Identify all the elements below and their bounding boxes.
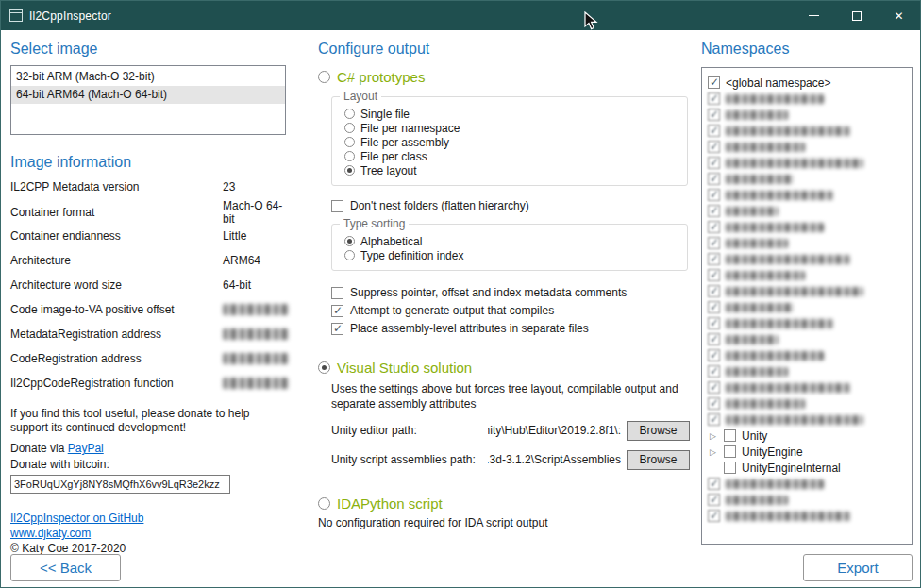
checkbox-checked-icon (708, 205, 720, 217)
radio-icon (344, 109, 355, 119)
radio-label: IDAPython script (337, 496, 443, 512)
radio-label: C# prototypes (337, 69, 425, 85)
checkbox-suppress-comments[interactable]: Suppress pointer, offset and index metad… (331, 286, 690, 299)
radio-icon (344, 123, 355, 133)
checkbox-icon (724, 462, 736, 474)
expander-icon[interactable]: ▷ (708, 431, 718, 441)
radio-file-per-assembly[interactable]: File per assembly (344, 135, 678, 149)
namespace-item-redacted[interactable] (708, 508, 908, 524)
back-button[interactable]: << Back (10, 554, 121, 581)
radio-alphabetical[interactable]: Alphabetical (344, 234, 678, 248)
namespace-item-redacted[interactable] (708, 347, 908, 363)
checkbox-icon (331, 200, 343, 212)
info-label: Code image-to-VA positive offset (10, 303, 223, 316)
github-link[interactable]: Il2CppInspector on GitHub (10, 512, 143, 525)
info-row: Architecture word size 64-bit (10, 273, 286, 297)
namespace-item-redacted[interactable] (708, 492, 908, 508)
namespace-item-redacted[interactable] (708, 412, 908, 428)
checkbox-checked-icon (708, 253, 720, 265)
namespace-item-redacted[interactable] (708, 315, 908, 331)
radio-tree-layout[interactable]: Tree layout (344, 163, 678, 177)
website-link[interactable]: www.djkaty.com (10, 527, 91, 540)
namespace-item-redacted[interactable] (708, 235, 908, 251)
namespace-item-redacted[interactable] (708, 267, 908, 283)
links-block: Il2CppInspector on GitHub www.djkaty.com… (10, 511, 286, 556)
namespace-item-redacted[interactable] (708, 203, 908, 219)
namespace-item-redacted[interactable] (708, 476, 908, 492)
namespace-item-redacted[interactable] (708, 171, 908, 187)
namespace-item-redacted[interactable] (708, 155, 908, 171)
redacted-value (223, 353, 289, 364)
expander-icon[interactable]: ▷ (708, 447, 718, 457)
radio-file-per-class[interactable]: File per class (344, 149, 678, 163)
minimize-button[interactable] (793, 1, 835, 30)
radio-csharp-prototypes[interactable]: C# prototypes (318, 69, 690, 85)
namespace-item-redacted[interactable] (708, 139, 908, 155)
image-list-item[interactable]: 32-bit ARM (Mach-O 32-bit) (11, 68, 285, 86)
unity-editor-path-label: Unity editor path: (331, 424, 482, 437)
unity-assemblies-path-value: ate.3d-3.1.2\ScriptAssemblies (488, 453, 621, 466)
namespace-item-unityengineinternal[interactable]: UnityEngineInternal (708, 460, 908, 476)
checkbox-compilable-output[interactable]: Attempt to generate output that compiles (331, 304, 690, 317)
namespace-item-global[interactable]: <global namespace> (708, 75, 908, 91)
namespace-item-redacted[interactable] (708, 299, 908, 315)
redacted-label (726, 415, 863, 425)
bitcoin-address-input[interactable] (10, 475, 230, 494)
checkbox-separate-attribute-files[interactable]: Place assembly-level attributes in separ… (331, 322, 690, 335)
info-label: MetadataRegistration address (10, 328, 223, 341)
left-panel: Select image 32-bit ARM (Mach-O 32-bit) … (10, 37, 286, 556)
namespaces-tree: <global namespace> (701, 67, 913, 545)
checkbox-flatten-hierarchy[interactable]: Don't nest folders (flatten hierarchy) (331, 199, 690, 212)
namespace-item-unityengine[interactable]: ▷ UnityEngine (708, 444, 908, 460)
configure-output-panel: Configure output C# prototypes Layout Si… (318, 37, 690, 529)
namespace-label: <global namespace> (726, 76, 830, 90)
namespace-item-redacted[interactable] (708, 107, 908, 123)
redacted-label (726, 399, 805, 409)
namespace-label: UnityEngineInternal (742, 462, 841, 475)
namespace-item-redacted[interactable] (708, 187, 908, 203)
namespace-item-redacted[interactable] (708, 395, 908, 412)
unity-assemblies-path-row: Unity script assemblies path: ate.3d-3.1… (331, 449, 690, 470)
namespace-item-redacted[interactable] (708, 91, 908, 107)
radio-label: Alphabetical (360, 235, 422, 248)
close-button[interactable]: ✕ (878, 1, 920, 30)
radio-type-definition-index[interactable]: Type definition index (344, 248, 678, 262)
redacted-label (726, 239, 788, 248)
checkbox-checked-icon (708, 92, 720, 105)
checkbox-checked-icon (708, 269, 720, 281)
namespace-item-redacted[interactable] (708, 251, 908, 267)
namespace-item-unity[interactable]: ▷ Unity (708, 428, 908, 444)
radio-visual-studio-solution[interactable]: Visual Studio solution (318, 360, 690, 376)
namespace-item-redacted[interactable] (708, 331, 908, 347)
image-listbox: 32-bit ARM (Mach-O 32-bit) 64-bit ARM64 … (10, 65, 286, 135)
namespace-item-redacted[interactable] (708, 363, 908, 379)
paypal-link[interactable]: PayPal (68, 442, 104, 455)
redacted-label (726, 271, 805, 280)
checkbox-checked-icon (708, 301, 720, 313)
radio-label: Type definition index (360, 249, 463, 262)
checkbox-label: Don't nest folders (flatten hierarchy) (350, 199, 529, 212)
maximize-button[interactable] (835, 1, 878, 30)
layout-groupbox-label: Layout (340, 90, 381, 103)
image-information-table: IL2CPP Metadata version 23 Container for… (10, 175, 286, 395)
checkbox-checked-icon (708, 494, 720, 506)
namespace-item-redacted[interactable] (708, 123, 908, 139)
image-list-item-selected[interactable]: 64-bit ARM64 (Mach-O 64-bit) (11, 86, 285, 104)
namespace-item-redacted[interactable] (708, 379, 908, 395)
browse-editor-path-button[interactable]: Browse (627, 421, 690, 441)
namespace-item-redacted[interactable] (708, 283, 908, 299)
type-sorting-groupbox-label: Type sorting (340, 217, 409, 230)
radio-single-file[interactable]: Single file (344, 107, 678, 121)
info-label: Container format (10, 206, 223, 219)
namespace-item-redacted[interactable] (708, 219, 908, 235)
radio-icon (344, 137, 355, 147)
mouse-cursor (584, 11, 600, 30)
info-row: Architecture ARM64 (10, 248, 286, 273)
browse-assemblies-path-button[interactable]: Browse (627, 450, 690, 470)
export-button[interactable]: Export (803, 554, 913, 581)
radio-file-per-namespace[interactable]: File per namespace (344, 121, 678, 135)
info-row: Il2CppCodeRegistration function (10, 371, 286, 395)
radio-idapython-script[interactable]: IDAPython script (318, 496, 690, 512)
redacted-label (726, 223, 824, 232)
radio-label: Single file (360, 108, 410, 121)
